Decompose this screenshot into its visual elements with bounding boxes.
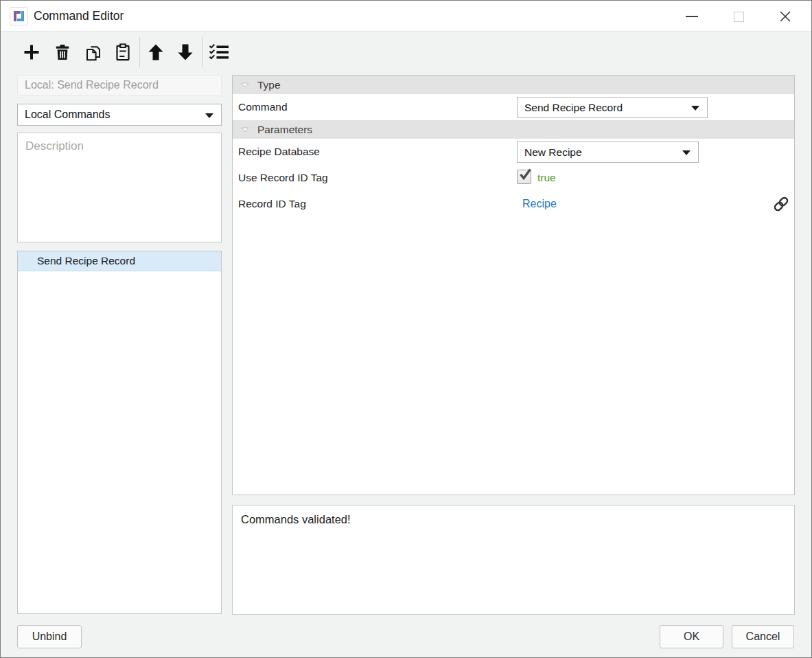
trash-icon	[53, 43, 72, 62]
recipe-database-label: Recipe Database	[238, 139, 320, 165]
use-record-id-checkbox[interactable]	[517, 170, 531, 184]
chevron-down-icon	[205, 113, 213, 118]
checkmark-icon	[519, 168, 533, 181]
command-dropdown[interactable]: Send Recipe Record	[517, 97, 708, 118]
recipe-database-row: Recipe Database New Recipe	[233, 139, 794, 165]
scope-dropdown[interactable]: Local Commands	[17, 104, 222, 126]
window-title: Command Editor	[34, 1, 124, 32]
command-label: Command	[238, 94, 288, 120]
properties-panel: Type Command Send Recipe Record Paramete…	[232, 75, 795, 495]
arrow-up-icon	[146, 43, 165, 62]
link-icon	[773, 196, 789, 212]
chevron-down-icon	[682, 150, 691, 155]
command-editor-window: Command Editor	[0, 0, 812, 658]
command-list: Send Recipe Record	[17, 251, 222, 614]
status-message: Commands validated!	[241, 513, 351, 525]
maximize-button[interactable]	[728, 6, 749, 27]
toolbar-separator	[139, 37, 140, 67]
plus-icon	[22, 43, 41, 62]
section-label: Parameters	[257, 124, 312, 136]
cancel-button[interactable]: Cancel	[732, 625, 794, 648]
arrow-down-icon	[176, 43, 195, 62]
collapse-triangle-icon	[241, 127, 249, 133]
collapse-triangle-icon	[241, 82, 249, 88]
paste-command-button[interactable]	[111, 40, 135, 65]
move-down-button[interactable]	[173, 40, 198, 65]
recipe-database-dropdown-value: New Recipe	[524, 146, 582, 159]
unbind-button[interactable]: Unbind	[17, 625, 82, 648]
chevron-down-icon	[691, 106, 699, 111]
use-record-id-value: true	[537, 165, 556, 191]
scope-dropdown-value: Local Commands	[25, 109, 111, 121]
record-id-tag-row: Record ID Tag Recipe	[233, 191, 794, 217]
minimize-button[interactable]	[682, 6, 702, 27]
command-name-field[interactable]	[17, 75, 222, 95]
paste-icon	[113, 43, 132, 62]
close-button[interactable]	[775, 6, 796, 27]
list-item-send-recipe-record[interactable]: Send Recipe Record	[18, 251, 221, 271]
maximize-icon	[734, 12, 744, 22]
minimize-icon	[686, 16, 698, 17]
copy-command-button[interactable]	[81, 40, 106, 65]
toolbar-separator	[202, 37, 202, 67]
move-up-button[interactable]	[143, 40, 168, 65]
section-label: Type	[257, 79, 281, 91]
recipe-database-dropdown[interactable]: New Recipe	[517, 141, 699, 163]
record-id-tag-link[interactable]: Recipe	[522, 191, 557, 217]
add-command-button[interactable]	[19, 40, 44, 65]
copy-icon	[84, 43, 103, 62]
delete-command-button[interactable]	[50, 40, 75, 65]
validation-status-box: Commands validated!	[232, 505, 795, 615]
description-field[interactable]	[17, 133, 222, 242]
record-id-tag-label: Record ID Tag	[238, 191, 306, 217]
checklist-icon	[208, 43, 230, 62]
use-record-id-label: Use Record ID Tag	[238, 165, 328, 191]
app-logo-icon	[10, 7, 28, 25]
section-header-type[interactable]: Type	[233, 76, 794, 94]
use-record-id-row: Use Record ID Tag true	[233, 165, 794, 191]
list-item-label: Send Recipe Record	[37, 255, 135, 267]
command-dropdown-value: Send Recipe Record	[524, 102, 623, 114]
section-header-parameters[interactable]: Parameters	[233, 120, 794, 139]
close-icon	[778, 9, 793, 24]
ok-button[interactable]: OK	[660, 625, 723, 648]
tag-binding-button[interactable]	[772, 195, 790, 213]
validate-commands-button[interactable]	[207, 40, 231, 65]
titlebar: Command Editor	[1, 1, 811, 32]
command-row: Command Send Recipe Record	[233, 94, 794, 120]
